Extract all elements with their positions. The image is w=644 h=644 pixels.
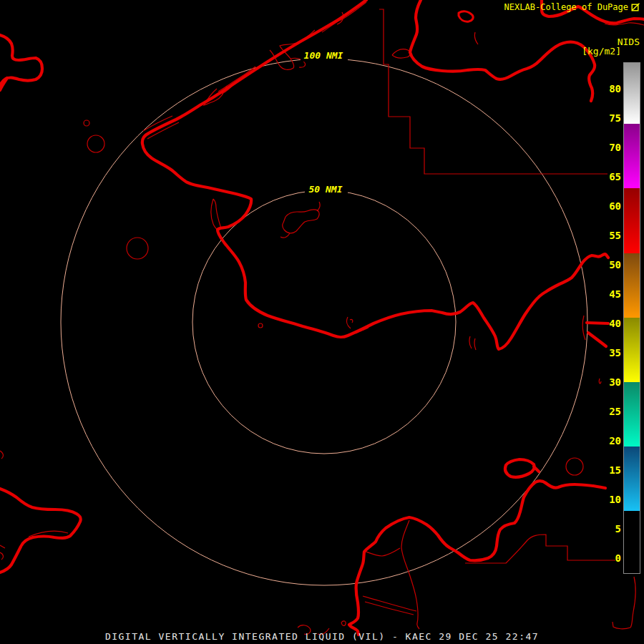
colorbar-tick-label: 35 bbox=[609, 346, 621, 359]
colorbar-units: [kg/m2] bbox=[582, 46, 621, 57]
south-lake-outline bbox=[349, 481, 605, 635]
ring-label-100: 100 NMI bbox=[304, 50, 343, 61]
colorbar-segment-4 bbox=[624, 188, 640, 253]
small-ring-1 bbox=[84, 120, 89, 126]
map-thin-outlines bbox=[0, 2, 644, 635]
radar-display: 100 NMI 50 NMI NEXLAB-College of DuPage … bbox=[0, 0, 644, 644]
brand-text: NEXLAB-College of DuPage bbox=[504, 2, 628, 12]
main-coastline bbox=[142, 0, 608, 349]
range-rings bbox=[61, 59, 587, 585]
colorbar-segment-6 bbox=[624, 63, 640, 124]
colorbar-segment-2 bbox=[624, 318, 640, 382]
range-ring-50nmi bbox=[192, 190, 456, 454]
colorbar-tick-label: 60 bbox=[609, 200, 621, 213]
colorbar-tick-label: 80 bbox=[609, 82, 621, 95]
small-ring-3 bbox=[127, 238, 148, 259]
small-ring-4 bbox=[566, 458, 583, 475]
small-ring-2 bbox=[87, 135, 104, 152]
college-of-dupage-logo-icon bbox=[631, 3, 640, 12]
colorbar-tick-label: 30 bbox=[609, 376, 621, 389]
colorbar-tick-label: 75 bbox=[609, 112, 621, 125]
colorbar-tick-label: 20 bbox=[609, 434, 621, 447]
colorbar-tick-label: 15 bbox=[609, 464, 621, 477]
left-edge-marks bbox=[0, 451, 68, 560]
right-mid-coastline bbox=[587, 323, 608, 346]
colorbar-segment-1 bbox=[624, 382, 640, 447]
colorbar-tick-label: 65 bbox=[609, 170, 621, 183]
colorbar-tick-label: 45 bbox=[609, 288, 621, 301]
colorbar-tick-label: 10 bbox=[609, 493, 621, 506]
northwest-islet bbox=[0, 35, 42, 90]
islands-northwest bbox=[143, 2, 410, 139]
small-ring-5 bbox=[258, 323, 263, 328]
southwest-islet bbox=[0, 489, 81, 572]
colorbar-tick-label: 40 bbox=[609, 317, 621, 330]
colorbar-segment-0 bbox=[624, 447, 640, 511]
right-mid-details bbox=[582, 316, 601, 384]
northeast-coastline bbox=[410, 0, 595, 101]
colorbar-tick-label: 55 bbox=[609, 229, 621, 242]
product-title: DIGITAL VERTICALLY INTEGRATED LIQUID (VI… bbox=[105, 631, 539, 642]
colorbar-tick-label: 50 bbox=[609, 258, 621, 271]
coast-below-colorbar bbox=[613, 577, 635, 629]
colorbar-segment-3 bbox=[624, 253, 640, 318]
ring-labels: 100 NMI 50 NMI bbox=[301, 48, 348, 195]
ring-label-50: 50 NMI bbox=[309, 184, 343, 195]
colorbar-tick-label: 5 bbox=[615, 522, 621, 535]
southeast-islet bbox=[505, 459, 539, 477]
map-thick-coastlines bbox=[0, 0, 644, 635]
colorbar-tick-label: 70 bbox=[609, 141, 621, 154]
brand: NEXLAB-College of DuPage bbox=[504, 2, 640, 12]
colorbar-track bbox=[623, 62, 640, 574]
top-edge-islet bbox=[459, 11, 473, 21]
radar-map: 100 NMI 50 NMI bbox=[0, 0, 644, 644]
range-ring-100nmi bbox=[61, 59, 587, 585]
colorbar-segment-5 bbox=[624, 124, 640, 188]
colorbar-tick-label: 25 bbox=[609, 405, 621, 418]
colorbar-tick-label: 0 bbox=[615, 552, 621, 565]
county-stairs-north bbox=[379, 9, 608, 174]
